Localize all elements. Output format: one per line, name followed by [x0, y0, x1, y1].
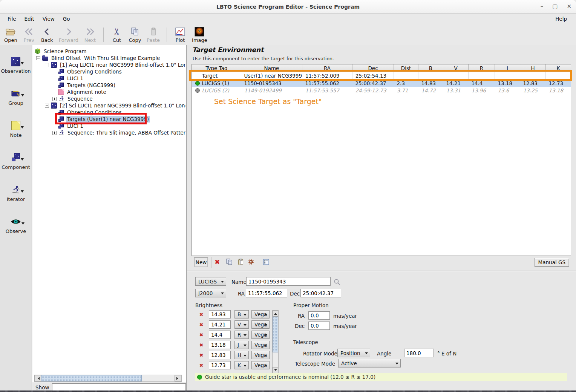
remove-magnitude-button[interactable]: ✖: [198, 352, 204, 358]
scroll-right-icon[interactable]: [175, 375, 181, 381]
col-ra[interactable]: RA: [302, 64, 352, 72]
copy-button[interactable]: Copy: [126, 25, 144, 44]
system-select-4[interactable]: Vega: [251, 351, 270, 359]
pm-dec-field[interactable]: [308, 322, 330, 330]
open-button[interactable]: Open: [2, 25, 20, 44]
back-button[interactable]: Back: [38, 25, 56, 44]
system-select-2[interactable]: Vega: [251, 331, 270, 339]
remove-magnitude-button[interactable]: ✖: [198, 342, 204, 348]
scroll-left-icon[interactable]: [34, 375, 41, 381]
tree-item-science-program[interactable]: Science Program: [32, 48, 185, 55]
rail-observation-button[interactable]: Observation: [1, 57, 31, 74]
scrollbar-thumb[interactable]: [273, 317, 278, 352]
system-select-3[interactable]: Vega: [251, 341, 270, 349]
maximize-icon[interactable]: ▢: [552, 4, 558, 9]
col-dec[interactable]: Dec: [352, 64, 394, 72]
image-button[interactable]: Image: [189, 25, 210, 44]
dec-field[interactable]: [300, 289, 341, 297]
catalog-grid-button[interactable]: [247, 258, 255, 266]
system-select-5[interactable]: Vega: [251, 361, 270, 369]
col-j[interactable]: J: [495, 64, 520, 72]
cut-button[interactable]: ✂ Cut: [108, 25, 126, 44]
catalog-search-button[interactable]: [333, 278, 341, 286]
rail-iterator-button[interactable]: Iterator: [7, 185, 25, 202]
band-select-0[interactable]: B: [234, 310, 249, 318]
tree-item-obs1[interactable]: [1] Acq LUCI1 near NGC3999 Blind-offset …: [32, 61, 185, 68]
name-field[interactable]: [246, 277, 331, 286]
col-b[interactable]: B: [418, 64, 443, 72]
tree-item-observing-conditions-2[interactable]: Observing Conditions: [32, 109, 185, 116]
brightness-scrollbar[interactable]: [272, 310, 279, 374]
collapse-icon[interactable]: [36, 56, 40, 60]
magnitude-field-1[interactable]: [209, 320, 231, 329]
tree-item-luci1-1[interactable]: LUCI 1: [32, 75, 185, 82]
prev-button[interactable]: Prev: [20, 25, 38, 44]
telescope-mode-select[interactable]: Active: [338, 359, 401, 368]
col-v[interactable]: V: [443, 64, 469, 72]
remove-magnitude-button[interactable]: ✖: [198, 332, 204, 338]
menu-go[interactable]: Go: [59, 16, 74, 22]
rail-note-button[interactable]: Note: [10, 121, 22, 138]
scrollbar-thumb[interactable]: [41, 375, 142, 381]
scroll-down-icon[interactable]: [273, 367, 278, 373]
rotator-mode-select[interactable]: Position: [337, 349, 370, 357]
remove-magnitude-button[interactable]: ✖: [198, 322, 204, 328]
tree-item-alignment-note[interactable]: Alignment note: [32, 89, 185, 95]
band-select-2[interactable]: R: [234, 331, 249, 339]
band-select-3[interactable]: J: [234, 341, 249, 349]
table-row-lucigs2[interactable]: LUCIGS (2) 1149-0192499 11:57:53.557 24:…: [192, 87, 571, 94]
col-k[interactable]: K: [546, 64, 571, 72]
tree-item-targets-user1[interactable]: Targets (User(1) near NCG3999): [32, 116, 185, 122]
target-type-select[interactable]: LUCIGS: [195, 277, 226, 286]
col-type-tag[interactable]: Type Tag: [192, 64, 241, 72]
col-h[interactable]: H: [520, 64, 546, 72]
system-select-1[interactable]: Vega: [251, 320, 270, 329]
plot-button[interactable]: Plot: [171, 25, 189, 44]
rail-observe-button[interactable]: Observe: [6, 217, 26, 234]
remove-magnitude-button[interactable]: ✖: [198, 362, 204, 368]
tree-item-observing-conditions-1[interactable]: Observing Conditions: [32, 68, 185, 75]
pm-ra-field[interactable]: [308, 311, 330, 320]
copy-target-button[interactable]: [225, 258, 233, 266]
col-dist[interactable]: Dist: [394, 64, 418, 72]
delete-target-button[interactable]: ✖: [213, 258, 221, 266]
angle-field[interactable]: [404, 349, 434, 357]
coord-system-select[interactable]: J2000: [195, 289, 226, 297]
rail-component-button[interactable]: Component: [2, 153, 30, 170]
rail-group-button[interactable]: Group: [8, 89, 23, 106]
tree-item-obs2[interactable]: [2] Sci LUCI1 near NGC3999 Blind-offset …: [32, 102, 185, 109]
tree-item-sequence-2[interactable]: Sequence: Thru Slit image, ABBA Offset P…: [32, 129, 185, 136]
tree-item-targets-ngc3999[interactable]: Targets (NGC3999): [32, 82, 185, 89]
tree-item-luci1-2[interactable]: LUCI 1: [32, 122, 185, 129]
tree-horizontal-scrollbar[interactable]: [34, 375, 182, 382]
scroll-up-icon[interactable]: [273, 311, 278, 317]
band-select-5[interactable]: K: [234, 361, 249, 369]
minimize-icon[interactable]: –: [541, 4, 544, 9]
menu-help[interactable]: Help: [550, 16, 573, 22]
band-select-1[interactable]: V: [234, 320, 249, 329]
close-icon[interactable]: ✕: [567, 4, 571, 9]
expand-icon[interactable]: [52, 97, 57, 101]
paste-button[interactable]: Paste: [144, 25, 162, 44]
forward-button[interactable]: Forward: [56, 25, 81, 44]
band-select-4[interactable]: H: [234, 351, 249, 359]
magnitude-field-0[interactable]: [209, 310, 231, 318]
next-button[interactable]: Next: [81, 25, 99, 44]
remove-magnitude-button[interactable]: ✖: [198, 311, 204, 317]
manual-gs-button[interactable]: Manual GS: [535, 258, 569, 267]
ra-field[interactable]: [246, 289, 287, 297]
magnitude-field-3[interactable]: [209, 341, 231, 349]
collapse-icon[interactable]: [45, 104, 49, 108]
col-r[interactable]: R: [469, 64, 495, 72]
system-select-0[interactable]: Vega: [251, 310, 270, 318]
details-list-button[interactable]: [262, 258, 270, 266]
collapse-icon[interactable]: [45, 63, 49, 67]
table-row-lucigs1[interactable]: LUCIGS (1) 1150-0195343 11:57:55.062 25:…: [192, 80, 571, 87]
new-target-button[interactable]: New: [194, 257, 208, 267]
tree-item-blind-offset[interactable]: Blind Offset With Thru Slit Image Exampl…: [32, 55, 185, 61]
tree-item-sequence-1[interactable]: Sequence: [32, 95, 185, 102]
menu-file[interactable]: File: [3, 16, 20, 22]
magnitude-field-2[interactable]: [209, 331, 231, 339]
expand-icon[interactable]: [52, 131, 57, 135]
col-name[interactable]: Name: [241, 64, 302, 72]
